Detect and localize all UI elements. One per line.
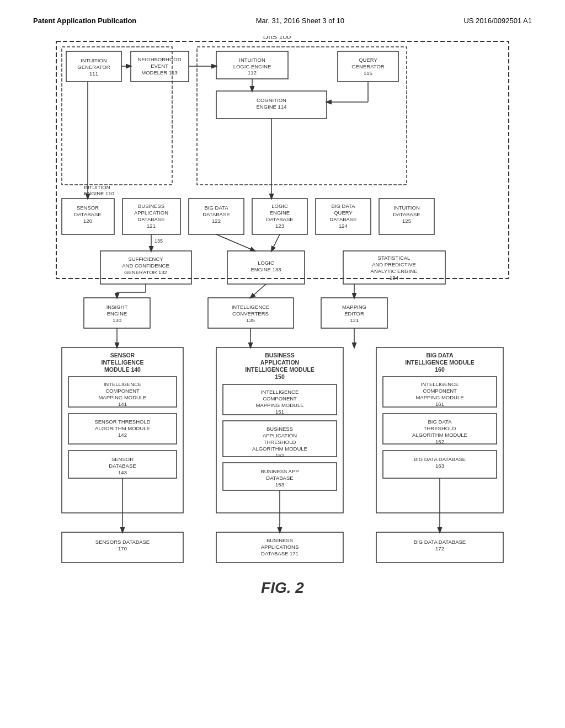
- svg-text:DATABASE: DATABASE: [393, 211, 420, 217]
- fig-caption: FIG. 2: [261, 579, 304, 596]
- biz-app-threshold-152: BUSINESS: [266, 426, 293, 432]
- svg-text:115: 115: [364, 70, 372, 76]
- svg-text:MODELER 113: MODELER 113: [141, 69, 177, 76]
- neighborhood-event-modeler: NEIGHBORHOOD: [137, 56, 181, 62]
- mapping-editor: MAPPING: [342, 304, 366, 310]
- page: Patent Application Publication Mar. 31, …: [0, 0, 565, 728]
- intuition-db: INTUITION: [393, 205, 420, 211]
- sensors-db-170: SENSORS DATABASE: [95, 539, 150, 545]
- svg-text:ENGINE: ENGINE: [107, 311, 127, 317]
- svg-text:123: 123: [275, 223, 284, 229]
- svg-text:170: 170: [118, 545, 127, 552]
- svg-text:121: 121: [147, 223, 156, 229]
- svg-text:MAPPING MODULE: MAPPING MODULE: [415, 394, 463, 400]
- intuition-generator: INTUITION: [81, 57, 107, 63]
- svg-text:DATABASE: DATABASE: [202, 211, 230, 217]
- svg-text:COMPONENT: COMPONENT: [423, 388, 457, 394]
- page-header: Patent Application Publication Mar. 31, …: [33, 11, 532, 36]
- logic-engine-133: LOGIC: [258, 260, 274, 266]
- svg-text:LOGIC ENGINE: LOGIC ENGINE: [233, 63, 271, 69]
- svg-text:162: 162: [435, 438, 444, 445]
- svg-text:ANALYTIC ENGINE: ANALYTIC ENGINE: [371, 268, 418, 274]
- svg-text:GENERATOR: GENERATOR: [77, 64, 110, 70]
- svg-text:ALGORITHM MODULE: ALGORITHM MODULE: [412, 432, 467, 438]
- svg-text:134: 134: [390, 275, 398, 281]
- svg-text:MODULE 140: MODULE 140: [104, 366, 141, 373]
- svg-text:122: 122: [212, 218, 221, 224]
- main-diagram: DIIS 100 INTUITION ENGINE 110 INTUITION …: [45, 36, 520, 698]
- insight-engine: INSIGHT: [106, 304, 128, 310]
- header-center: Mar. 31, 2016 Sheet 3 of 10: [256, 17, 344, 25]
- svg-text:135: 135: [154, 238, 163, 244]
- svg-text:142: 142: [118, 432, 127, 438]
- sensor-db: SENSOR: [77, 205, 99, 211]
- statistical-predictive: STATISTICAL: [378, 255, 411, 261]
- svg-text:161: 161: [435, 401, 444, 407]
- sensor-threshold-142: SENSOR THRESHOLD: [94, 419, 150, 425]
- query-generator: QUERY: [359, 57, 377, 63]
- svg-text:DATABASE: DATABASE: [329, 216, 356, 222]
- svg-text:172: 172: [435, 545, 444, 552]
- svg-text:141: 141: [118, 401, 127, 407]
- cognition-engine: COGNITION: [257, 97, 286, 103]
- svg-text:124: 124: [339, 223, 348, 229]
- svg-text:131: 131: [350, 317, 359, 323]
- svg-text:DATABASE: DATABASE: [266, 216, 293, 222]
- sufficiency-confidence: SUFFICIENCY: [128, 256, 163, 262]
- svg-text:GENERATOR: GENERATOR: [351, 63, 384, 69]
- svg-text:DATABASE: DATABASE: [74, 211, 101, 217]
- svg-text:153: 153: [275, 481, 284, 488]
- svg-text:152: 152: [275, 452, 284, 458]
- svg-text:THRESHOLD: THRESHOLD: [424, 425, 456, 431]
- svg-text:DATABASE: DATABASE: [137, 216, 164, 222]
- svg-text:151: 151: [275, 409, 284, 415]
- biz-app-db-153: BUSINESS APP: [260, 468, 299, 474]
- big-data-db-172: BIG DATA DATABASE: [414, 539, 466, 545]
- big-data-threshold-162: BIG DATA: [428, 419, 452, 425]
- svg-rect-0: [56, 41, 509, 279]
- svg-text:ENGINE 114: ENGINE 114: [257, 104, 287, 110]
- svg-text:MAPPING MODULE: MAPPING MODULE: [255, 402, 303, 408]
- svg-text:APPLICATIONS: APPLICATIONS: [261, 544, 299, 550]
- svg-text:135: 135: [246, 317, 255, 323]
- svg-text:DATABASE: DATABASE: [109, 463, 136, 469]
- diagram-container: DIIS 100 INTUITION ENGINE 110 INTUITION …: [33, 36, 532, 698]
- big-data-intel-module-title: BIG DATA: [426, 352, 454, 358]
- sensor-db-143: SENSOR: [111, 456, 134, 462]
- svg-text:DATABASE 171: DATABASE 171: [261, 550, 299, 556]
- svg-text:150: 150: [275, 373, 285, 380]
- svg-text:MAPPING MODULE: MAPPING MODULE: [98, 394, 146, 400]
- svg-text:EDITOR: EDITOR: [344, 311, 364, 317]
- diis-label: DIIS 100: [263, 36, 291, 41]
- svg-text:INTELLIGENCE MODULE: INTELLIGENCE MODULE: [405, 359, 474, 366]
- biz-apps-db-171: BUSINESS: [266, 537, 293, 543]
- intuition-logic-engine: INTUITION: [239, 57, 265, 63]
- svg-text:143: 143: [118, 469, 127, 475]
- svg-text:163: 163: [435, 463, 444, 469]
- svg-text:AND CONFIDENCE: AND CONFIDENCE: [122, 263, 169, 269]
- logic-engine-db: LOGIC: [271, 203, 288, 209]
- svg-text:125: 125: [402, 218, 411, 224]
- svg-text:ALGORITHM MODULE: ALGORITHM MODULE: [252, 446, 307, 452]
- svg-text:ENGINE: ENGINE: [270, 210, 290, 216]
- svg-text:THRESHOLD: THRESHOLD: [264, 439, 296, 445]
- intel-comp-mapping-161: INTELLIGENCE: [421, 381, 459, 387]
- svg-text:130: 130: [113, 317, 121, 323]
- svg-text:111: 111: [89, 71, 98, 77]
- svg-text:ENGINE 133: ENGINE 133: [251, 266, 281, 272]
- svg-text:ALGORITHM MODULE: ALGORITHM MODULE: [95, 425, 150, 431]
- intelligence-converters: INTELLIGENCE: [232, 304, 270, 310]
- sensor-intel-module-title: SENSOR: [110, 352, 135, 358]
- intel-comp-mapping-151: INTELLIGENCE: [261, 389, 299, 395]
- svg-text:ENGINE 110: ENGINE 110: [84, 190, 114, 196]
- svg-text:COMPONENT: COMPONENT: [105, 388, 140, 394]
- intel-comp-mapping-141: INTELLIGENCE: [104, 381, 142, 387]
- svg-text:APPLICATION: APPLICATION: [134, 210, 168, 216]
- header-left: Patent Application Publication: [33, 17, 136, 25]
- svg-line-58: [216, 234, 255, 251]
- svg-text:EVENT: EVENT: [151, 63, 168, 69]
- business-app-db-121: BUSINESS: [138, 203, 164, 209]
- svg-text:COMPONENT: COMPONENT: [263, 395, 297, 402]
- header-right: US 2016/0092501 A1: [463, 17, 532, 25]
- svg-line-59: [271, 234, 280, 251]
